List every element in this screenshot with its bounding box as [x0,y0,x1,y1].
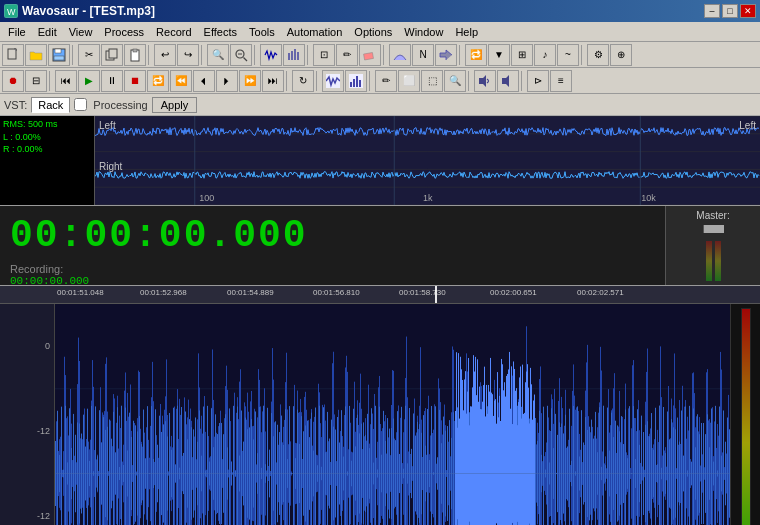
tb-btn-eq[interactable]: ~ [557,44,579,66]
copy-button[interactable] [101,44,123,66]
undo-button[interactable]: ↩ [154,44,176,66]
toolbar-separator5 [307,45,311,65]
tb-btn-rev[interactable] [435,44,457,66]
svg-rect-20 [350,82,352,87]
toolbar-separator [72,45,76,65]
frequency-display: Left Right Left 100 1k 10k [95,116,760,205]
window-controls: – □ ✕ [704,4,756,18]
menu-tools[interactable]: Tools [243,24,281,40]
select-tool[interactable]: ⬚ [421,70,443,92]
menu-process[interactable]: Process [98,24,150,40]
zoom-tool[interactable]: 🔍 [444,70,466,92]
loop-toggle[interactable]: ↻ [292,70,314,92]
tick-3: 00:01:54.889 [227,288,274,297]
tb-btn-region[interactable]: ⊞ [511,44,533,66]
tb-btn-select[interactable]: ⊡ [313,44,335,66]
svg-rect-14 [291,51,293,60]
tb-btn-pitch[interactable]: ♪ [534,44,556,66]
menu-help[interactable]: Help [449,24,484,40]
apply-button[interactable]: Apply [152,97,198,113]
toolbar-separator3 [201,45,205,65]
goto-start-button[interactable]: ⏮ [55,70,77,92]
master-volume-slider[interactable] [703,225,723,233]
seq-button[interactable]: ⊟ [25,70,47,92]
tb-btn-spectrum[interactable] [283,44,305,66]
tb-btn-wave[interactable] [260,44,282,66]
spec-view-btn[interactable] [345,70,367,92]
rec-button[interactable]: ⏺ [2,70,24,92]
tb-btn-pencil[interactable]: ✏ [336,44,358,66]
menu-window[interactable]: Window [398,24,449,40]
tb-btn-extra2[interactable]: ⊕ [610,44,632,66]
tb-sep-t1 [49,71,53,91]
db-minus6-top: -12 [37,426,50,436]
spectrum-area: RMS: 500 ms L : 0.00% R : 0.00% Left Rig… [0,116,760,206]
menu-record[interactable]: Record [150,24,197,40]
window-title: Wavosaur - [TEST.mp3] [22,4,155,18]
vu-meter-right-panel [741,308,751,525]
cut-button[interactable]: ✂ [78,44,100,66]
vu-left [706,241,712,281]
menu-file[interactable]: File [2,24,32,40]
next-button[interactable]: ⏩ [239,70,261,92]
tb-btn-extra1[interactable]: ⚙ [587,44,609,66]
close-button[interactable]: ✕ [740,4,756,18]
svg-rect-4 [55,49,61,53]
master-slider-thumb[interactable] [704,225,724,233]
rack-tab[interactable]: Rack [31,97,70,113]
tb-btn-marker[interactable]: ▼ [488,44,510,66]
toolbar-separator2 [148,45,152,65]
tb-btn-norm[interactable]: N [412,44,434,66]
menu-options[interactable]: Options [348,24,398,40]
vol-up-btn[interactable] [474,70,496,92]
pause-button[interactable]: ⏸ [101,70,123,92]
step-fwd-button[interactable]: ⏵ [216,70,238,92]
prev-button[interactable]: ⏪ [170,70,192,92]
tick-6: 00:02:00.651 [490,288,537,297]
tick-1: 00:01:51.048 [57,288,104,297]
draw-pencil[interactable]: ✏ [375,70,397,92]
processing-checkbox[interactable] [74,98,87,111]
left-channel-label: Left [99,120,116,131]
menu-edit[interactable]: Edit [32,24,63,40]
paste-button[interactable] [124,44,146,66]
wave-view-btn[interactable] [322,70,344,92]
db-minus12-top: -12 [37,511,50,521]
tb-btn-fade[interactable] [389,44,411,66]
tb-sep-t6 [521,71,525,91]
menu-automation[interactable]: Automation [281,24,349,40]
maximize-button[interactable]: □ [722,4,738,18]
minimize-button[interactable]: – [704,4,720,18]
play-loop-button[interactable]: 🔁 [147,70,169,92]
open-button[interactable] [25,44,47,66]
extra-t2[interactable]: ≡ [550,70,572,92]
stop-button[interactable]: ⏹ [124,70,146,92]
waveform-top-canvas[interactable] [55,304,730,525]
menu-view[interactable]: View [63,24,99,40]
vol-down-btn[interactable] [497,70,519,92]
zoom-in-button[interactable]: 🔍 [207,44,229,66]
svg-line-11 [244,57,248,61]
step-back-button[interactable]: ⏴ [193,70,215,92]
save-button[interactable] [48,44,70,66]
zoom-out-button[interactable] [230,44,252,66]
left-panel-indicator: Left [739,120,756,131]
menu-effects[interactable]: Effects [198,24,243,40]
tb-sep-t2 [286,71,290,91]
tb-btn-loop[interactable]: 🔁 [465,44,487,66]
tick-2: 00:01:52.968 [140,288,187,297]
waveform-gutter: 0 -12 -12 -3 -12 -12 -3 [0,304,55,525]
tick-7: 00:02:02.571 [577,288,624,297]
svg-rect-5 [54,56,64,60]
play-button[interactable]: ▶ [78,70,100,92]
time-counter: 00:00:00.000 [10,214,308,257]
tb-btn-eraser[interactable] [359,44,381,66]
goto-end-button[interactable]: ⏭ [262,70,284,92]
new-button[interactable] [2,44,24,66]
redo-button[interactable]: ↪ [177,44,199,66]
vst-label: VST: [4,99,27,111]
eraser-tool[interactable]: ⬜ [398,70,420,92]
svg-rect-22 [356,76,358,87]
extra-t1[interactable]: ⊳ [527,70,549,92]
vu-right [715,241,721,281]
